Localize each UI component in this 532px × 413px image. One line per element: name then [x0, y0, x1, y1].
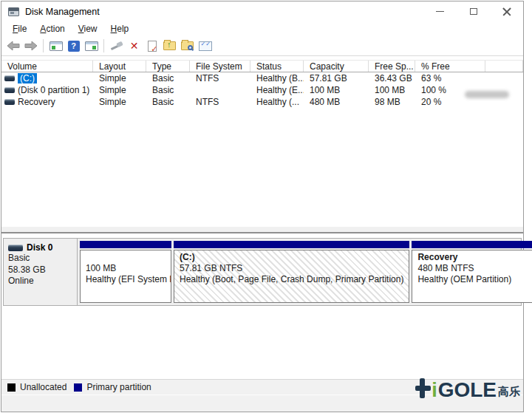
cell-file-system: NTFS [190, 73, 250, 83]
cell-layout: Simple [93, 97, 146, 107]
disk-0-strip: Disk 0 Basic 58.38 GB Online 100 MB H [3, 238, 522, 306]
logo-gole: GOLE [438, 380, 497, 400]
partition-status: Healthy (EFI System Pa [86, 274, 166, 285]
back-button[interactable] [4, 38, 21, 54]
partition-recovery[interactable]: Recovery 480 MB NTFS Healthy (OEM Partit… [412, 241, 532, 303]
column-header-free-space[interactable]: Free Sp... [369, 61, 415, 72]
column-header-type[interactable]: Type [146, 61, 190, 72]
volume-row-disk0-partition1[interactable]: (Disk 0 partition 1) Simple Basic Health… [1, 84, 523, 96]
primary-partition-color-bar [412, 241, 532, 248]
forward-button[interactable] [22, 38, 39, 54]
show-action-pane-button[interactable] [83, 38, 100, 54]
disk-icon [8, 245, 23, 251]
logo-i: i [432, 381, 437, 400]
properties-button[interactable]: ✓✓ [197, 38, 214, 54]
menu-file[interactable]: File [6, 22, 33, 35]
column-header-percent-free[interactable]: % Free [415, 61, 485, 72]
higole-watermark-logo: i GOLE 高乐 [415, 378, 520, 400]
volume-name: (Disk 0 partition 1) [18, 85, 89, 95]
column-header-layout[interactable]: Layout [93, 61, 146, 72]
cell-capacity: 480 MB [304, 97, 369, 107]
toolbar-separator [43, 39, 44, 52]
cell-free-space: 100 MB [369, 85, 415, 95]
folder-up-icon: ↑ [163, 41, 176, 50]
volume-icon [4, 99, 15, 105]
volume-list-pane: Volume Layout Type File System Status Ca… [1, 56, 523, 227]
redacted-watermark-blur [465, 91, 509, 98]
disk-0-label-panel[interactable]: Disk 0 Basic 58.38 GB Online [4, 239, 78, 305]
console-tree-icon [50, 41, 63, 51]
partition-size: 480 MB NTFS [417, 263, 531, 274]
cell-file-system: NTFS [190, 97, 250, 107]
menu-view[interactable]: View [72, 22, 104, 35]
cell-type: Basic [146, 97, 190, 107]
legend-primary-partition-label: Primary partition [86, 382, 151, 392]
volume-name: Recovery [18, 97, 55, 107]
primary-partition-color-bar [80, 241, 171, 248]
help-button[interactable]: ? [65, 38, 82, 54]
column-header-capacity[interactable]: Capacity [304, 61, 369, 72]
close-button[interactable] [490, 1, 523, 21]
cell-status: Healthy (B... [250, 73, 304, 83]
column-header-status[interactable]: Status [250, 61, 304, 72]
partition-status: Healthy (Boot, Page File, Crash Dump, Pr… [180, 274, 403, 285]
menu-bar: File Action View Help [1, 21, 523, 36]
logo-plus-icon [415, 378, 431, 400]
explore-folder-button[interactable] [179, 38, 196, 54]
partition-size: 57.81 GB NTFS [180, 263, 403, 274]
legend-unallocated-swatch [7, 383, 16, 392]
column-header-volume[interactable]: Volume [1, 61, 93, 72]
volume-row-recovery[interactable]: Recovery Simple Basic NTFS Healthy (... … [1, 96, 523, 108]
cell-percent-free: 63 % [415, 73, 485, 83]
minimize-icon [436, 11, 444, 12]
volume-name: (C:) [18, 73, 37, 83]
partition-status: Healthy (OEM Partition) [417, 274, 531, 285]
cell-free-space: 36.43 GB [369, 73, 415, 83]
disk-type: Basic [8, 253, 72, 264]
volume-icon [4, 75, 15, 81]
column-header-file-system[interactable]: File System [190, 61, 250, 72]
disk-management-window: Disk Management File Action View Help ? … [1, 1, 524, 412]
open-folder-button[interactable]: ↑ [161, 38, 178, 54]
partition-c[interactable]: (C:) 57.81 GB NTFS Healthy (Boot, Page F… [174, 241, 409, 303]
properties-list-icon: ✓✓ [199, 41, 212, 51]
volume-row-c[interactable]: (C:) Simple Basic NTFS Healthy (B... 57.… [1, 72, 523, 84]
back-arrow-icon [7, 41, 20, 51]
cell-type: Basic [146, 73, 190, 83]
check-document-button[interactable]: ✓ [143, 38, 160, 54]
column-header-filler [485, 61, 523, 72]
cell-layout: Simple [93, 85, 146, 95]
partition-title: Recovery [417, 252, 531, 263]
show-console-tree-button[interactable] [47, 38, 64, 54]
partitions-area: 100 MB Healthy (EFI System Pa (C:) 57.81… [78, 239, 532, 305]
toolbar-separator [103, 39, 104, 52]
document-check-icon: ✓ [148, 41, 157, 52]
menu-help[interactable]: Help [104, 22, 136, 35]
pane-splitter[interactable] [1, 227, 523, 233]
delete-x-icon: ✕ [130, 41, 139, 51]
maximize-button[interactable] [457, 1, 490, 21]
close-icon [502, 7, 511, 16]
forward-arrow-icon [24, 41, 38, 51]
menu-action[interactable]: Action [33, 22, 71, 35]
help-icon: ? [68, 41, 80, 52]
cell-capacity: 100 MB [304, 85, 369, 95]
tool-button[interactable] [108, 38, 125, 54]
minimize-button[interactable] [423, 1, 457, 21]
cell-layout: Simple [93, 73, 146, 83]
partition-title: (C:) [180, 252, 403, 263]
window-title: Disk Management [25, 7, 100, 17]
volume-icon [4, 87, 15, 93]
partition-size: 100 MB [86, 263, 166, 274]
folder-search-icon [181, 41, 194, 50]
toolbar: ? ✕ ✓ ↑ ✓✓ [1, 36, 523, 56]
partition-efi[interactable]: 100 MB Healthy (EFI System Pa [80, 241, 171, 303]
disk-graphic-area: Disk 0 Basic 58.38 GB Online 100 MB H [1, 233, 523, 379]
cell-percent-free: 20 % [415, 97, 485, 107]
cell-capacity: 57.81 GB [304, 73, 369, 83]
cell-free-space: 98 MB [369, 97, 415, 107]
logo-chinese: 高乐 [498, 385, 520, 399]
delete-volume-button[interactable]: ✕ [126, 38, 143, 54]
legend-unallocated-label: Unallocated [20, 382, 66, 392]
screwdriver-icon [110, 41, 123, 51]
